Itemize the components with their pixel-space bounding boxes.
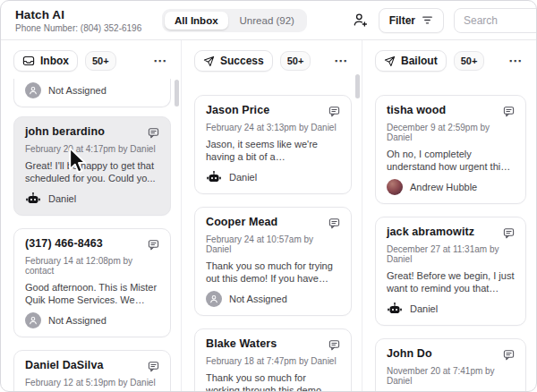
card-header: john berardino bbox=[25, 125, 159, 142]
bot-avatar bbox=[387, 301, 403, 317]
send-icon bbox=[384, 55, 396, 67]
bot-avatar bbox=[25, 191, 41, 207]
column-inbox: Inbox 50+ ⋯ Not Assigned john berardino bbox=[1, 40, 182, 392]
card-timestamp: February 12 at 5:19pm by Daniel bbox=[25, 378, 159, 388]
card-timestamp: February 14 at 12:08pm by contact bbox=[25, 256, 159, 276]
bot-avatar bbox=[206, 169, 222, 185]
contact-name: tisha wood bbox=[387, 104, 446, 117]
conversation-card[interactable]: Jason Price February 24 at 3:13pm by Dan… bbox=[194, 95, 352, 194]
column-title: Bailout bbox=[401, 55, 438, 67]
assignee-row: Daniel bbox=[206, 169, 340, 185]
message-bubble-icon bbox=[503, 226, 515, 243]
message-bubble-icon bbox=[503, 105, 515, 121]
assignee-name: Andrew Hubble bbox=[410, 182, 477, 192]
assignee-row: Not Assigned bbox=[25, 312, 159, 328]
message-bubble-icon bbox=[148, 360, 159, 376]
user-photo-avatar bbox=[387, 179, 403, 195]
column-scrollbar[interactable] bbox=[175, 80, 179, 107]
card-header: tisha wood bbox=[387, 104, 515, 121]
conversation-card[interactable]: Blake Waters February 18 at 7:47pm by Da… bbox=[194, 328, 352, 392]
assignee-row: Daniel bbox=[387, 301, 515, 317]
contact-name: jack abramowitz bbox=[387, 226, 474, 239]
column-success: Success 50+ ⋯ Jason Price February 24 at… bbox=[182, 40, 362, 392]
column-header: Success 50+ ⋯ bbox=[182, 40, 362, 79]
card-list: tisha wood December 9 at 2:59pm by Danie… bbox=[362, 79, 536, 392]
contact-name: John Do bbox=[387, 347, 432, 361]
conversation-card[interactable]: tisha wood December 9 at 2:59pm by Danie… bbox=[375, 95, 526, 204]
kanban-board: Inbox 50+ ⋯ Not Assigned john berardino bbox=[1, 40, 536, 392]
conversation-card[interactable]: John Do November 20 at 7:41pm by Daniel … bbox=[375, 338, 526, 392]
card-header: John Do bbox=[387, 347, 515, 364]
card-timestamp: February 18 at 7:47pm by Daniel bbox=[206, 356, 340, 366]
contact-name: Cooper Mead bbox=[206, 216, 277, 229]
search-input[interactable] bbox=[454, 8, 537, 33]
card-timestamp: February 24 at 3:13pm by Daniel bbox=[206, 123, 340, 132]
column-label-pill[interactable]: Inbox bbox=[13, 50, 78, 72]
not-assigned-avatar bbox=[206, 291, 222, 307]
card-timestamp: February 20 at 4:17pm by Daniel bbox=[25, 144, 159, 154]
assignee-name: Not Assigned bbox=[48, 315, 107, 326]
card-timestamp: November 20 at 7:41pm by Daniel bbox=[387, 366, 515, 386]
card-list: Not Assigned john berardino February 20 … bbox=[1, 79, 181, 392]
conversation-card[interactable]: Daniel DaSilva February 12 at 5:19pm by … bbox=[13, 350, 171, 392]
message-preview: Jason, it seems like we're having a bit … bbox=[206, 138, 340, 163]
message-preview: Great! Before we begin, I just want to r… bbox=[387, 269, 515, 294]
filter-button[interactable]: Filter bbox=[379, 8, 444, 33]
page-title: Hatch AI bbox=[15, 8, 151, 21]
message-preview: Thank you so much for trying out this de… bbox=[206, 260, 340, 285]
tab-all-inbox[interactable]: All Inbox bbox=[165, 12, 228, 30]
conversation-card[interactable]: john berardino February 20 at 4:17pm by … bbox=[13, 116, 171, 216]
column-scrollbar[interactable] bbox=[355, 74, 360, 98]
column-label-pill[interactable]: Success bbox=[194, 50, 273, 72]
filter-lines-icon bbox=[422, 15, 433, 25]
column-menu-icon[interactable]: ⋯ bbox=[330, 55, 351, 67]
assignee-name: Not Assigned bbox=[48, 85, 107, 96]
conversation-card[interactable]: jack abramowitz December 27 at 11:31am b… bbox=[375, 217, 526, 326]
app-header: Hatch AI Phone Number: (804) 352-6196 Al… bbox=[1, 1, 536, 40]
add-person-icon[interactable] bbox=[352, 12, 369, 29]
column-bailout: Bailout 50+ ⋯ tisha wood December 9 at 2… bbox=[362, 40, 536, 392]
assignee-name: Daniel bbox=[48, 193, 76, 204]
column-header: Bailout 50+ ⋯ bbox=[362, 40, 536, 79]
assignee-name: Daniel bbox=[229, 172, 257, 183]
column-count-badge: 50+ bbox=[280, 51, 311, 71]
inbox-tab-switcher: All Inbox Unread (92) bbox=[162, 9, 307, 32]
contact-name: john berardino bbox=[25, 125, 105, 139]
column-menu-icon[interactable]: ⋯ bbox=[505, 55, 525, 67]
card-timestamp: December 9 at 2:59pm by Daniel bbox=[387, 123, 515, 142]
card-header: Jason Price bbox=[206, 104, 340, 121]
card-header: jack abramowitz bbox=[387, 226, 515, 243]
column-count-badge: 50+ bbox=[454, 51, 485, 71]
assignee-name: Daniel bbox=[410, 303, 438, 314]
message-preview: Thank you so much for working through th… bbox=[206, 371, 340, 392]
assignee-row: Daniel bbox=[25, 191, 159, 207]
message-preview: Great! I'll be happy to get that schedul… bbox=[25, 159, 159, 184]
send-icon bbox=[203, 55, 215, 67]
conversation-card[interactable]: Cooper Mead February 24 at 10:57am by Da… bbox=[194, 207, 352, 316]
assignee-row: Not Assigned bbox=[206, 291, 340, 307]
message-bubble-icon bbox=[148, 126, 159, 142]
filter-button-label: Filter bbox=[389, 14, 415, 27]
conversation-card[interactable]: (317) 466-8463 February 14 at 12:08pm by… bbox=[13, 228, 171, 337]
message-bubble-icon bbox=[328, 217, 340, 233]
inbox-icon bbox=[22, 55, 35, 67]
not-assigned-avatar bbox=[25, 312, 41, 328]
message-preview: Oh no, I completely understand how urgen… bbox=[387, 148, 515, 173]
account-info: Hatch AI Phone Number: (804) 352-6196 bbox=[15, 8, 151, 33]
contact-name: Blake Waters bbox=[206, 337, 277, 351]
message-bubble-icon bbox=[328, 338, 340, 354]
assignee-row: Andrew Hubble bbox=[387, 179, 515, 195]
column-menu-icon[interactable]: ⋯ bbox=[149, 55, 170, 67]
card-header: Daniel DaSilva bbox=[25, 359, 159, 376]
assignee-name: Not Assigned bbox=[229, 294, 287, 304]
card-list: Jason Price February 24 at 3:13pm by Dan… bbox=[182, 79, 362, 392]
card-timestamp: December 27 at 11:31am by Daniel bbox=[387, 244, 515, 264]
column-label-pill[interactable]: Bailout bbox=[375, 50, 447, 72]
tab-unread[interactable]: Unread (92) bbox=[230, 12, 304, 30]
card-header: Cooper Mead bbox=[206, 216, 340, 233]
message-bubble-icon bbox=[503, 348, 515, 364]
header-actions: Filter bbox=[352, 8, 522, 33]
contact-name: (317) 466-8463 bbox=[25, 237, 103, 251]
conversation-card[interactable]: Not Assigned bbox=[13, 79, 171, 107]
column-header: Inbox 50+ ⋯ bbox=[1, 40, 181, 79]
